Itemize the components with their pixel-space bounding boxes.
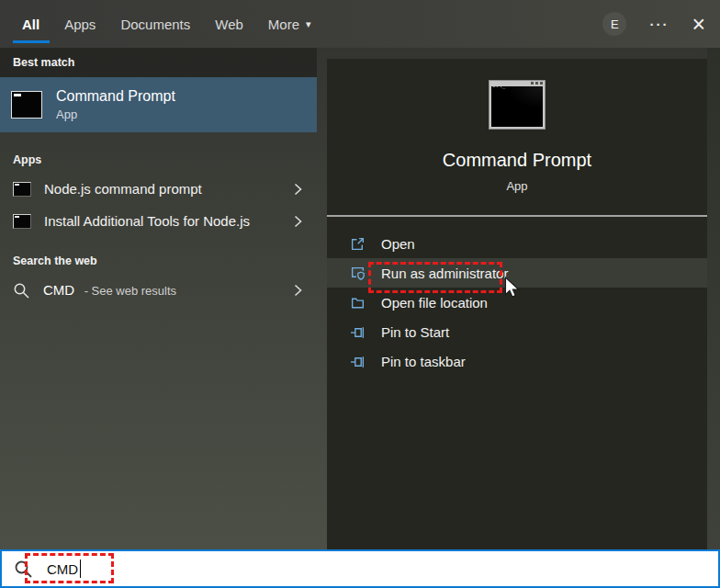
search-icon [14, 560, 33, 579]
desktop-edge-strip [707, 48, 720, 549]
command-prompt-icon-large: C:\_ [489, 80, 546, 130]
close-icon[interactable]: × [692, 13, 705, 36]
terminal-screen [491, 86, 543, 127]
command-prompt-icon [13, 182, 31, 197]
chevron-right-icon[interactable] [294, 215, 302, 228]
app-title: Command Prompt [327, 150, 707, 171]
pin-icon [350, 354, 366, 369]
search-icon [13, 282, 30, 300]
menu-item-open-file-location[interactable]: Open file location [327, 288, 707, 317]
search-window-topbar: All Apps Documents Web More ▾ E ··· × [0, 0, 720, 48]
tab-apps[interactable]: Apps [64, 0, 96, 48]
text-caret [80, 560, 81, 578]
active-tab-underline [13, 40, 50, 43]
spacer [0, 239, 317, 246]
command-prompt-icon [11, 91, 42, 119]
result-cmd-web-search[interactable]: CMD - See web results [0, 276, 317, 305]
web-query: CMD [43, 282, 74, 298]
results-panel: Best match Command Prompt App Apps Node.… [0, 48, 317, 549]
tab-all[interactable]: All [22, 0, 39, 48]
result-nodejs-command-prompt[interactable]: Node.js command prompt [0, 175, 317, 203]
app-hero: C:\_ Command Prompt App [327, 59, 707, 217]
tab-documents[interactable]: Documents [120, 0, 190, 48]
web-result-text: CMD - See web results [43, 282, 176, 299]
chevron-right-icon[interactable] [294, 183, 302, 196]
preview-panel: C:\_ Command Prompt App Open Run as admi… [327, 59, 707, 549]
menu-item-label: Open [381, 236, 415, 252]
menu-item-label: Pin to Start [381, 324, 449, 340]
window-controls-dots [531, 82, 543, 85]
pin-icon [350, 324, 366, 340]
filter-tabs: All Apps Documents Web More ▾ [22, 0, 311, 48]
result-install-additional-tools[interactable]: Install Additional Tools for Node.js [0, 207, 317, 235]
menu-item-run-as-administrator[interactable]: Run as administrator [327, 258, 707, 288]
search-input-value: CMD [47, 561, 78, 577]
user-avatar[interactable]: E [602, 12, 626, 36]
folder-icon [350, 295, 366, 311]
shield-admin-icon [350, 266, 366, 281]
app-subtitle: App [327, 179, 707, 193]
context-action-menu: Open Run as administrator Open file loca… [327, 229, 707, 376]
best-match-title: Command Prompt [56, 88, 175, 105]
best-match-header: Best match [0, 48, 317, 77]
tab-web[interactable]: Web [215, 0, 243, 48]
menu-item-open[interactable]: Open [327, 229, 707, 258]
tab-all-label: All [22, 17, 39, 32]
spacer [0, 132, 317, 145]
best-match-subtitle: App [56, 107, 175, 121]
tab-apps-label: Apps [64, 17, 96, 32]
menu-item-label: Pin to taskbar [381, 354, 466, 369]
terminal-prompt-text: C:\_ [492, 83, 505, 88]
search-the-web-header: Search the web [0, 246, 317, 276]
tab-documents-label: Documents [120, 17, 190, 32]
result-label: Install Additional Tools for Node.js [44, 213, 250, 229]
taskbar-search-input[interactable]: CMD [0, 549, 720, 588]
divider [327, 215, 707, 217]
tab-more[interactable]: More ▾ [268, 0, 311, 48]
menu-item-label: Run as administrator [381, 266, 508, 281]
chevron-down-icon: ▾ [306, 18, 311, 30]
menu-item-pin-to-taskbar[interactable]: Pin to taskbar [327, 346, 707, 376]
best-match-text: Command Prompt App [56, 88, 175, 121]
more-options-icon[interactable]: ··· [649, 17, 669, 32]
menu-item-pin-to-start[interactable]: Pin to Start [327, 317, 707, 346]
topbar-controls: E ··· × [602, 0, 705, 48]
open-icon [350, 236, 366, 252]
menu-item-label: Open file location [381, 295, 488, 311]
apps-section-header: Apps [0, 145, 317, 175]
web-suffix: - See web results [84, 284, 176, 298]
command-prompt-icon [13, 214, 31, 229]
best-match-result[interactable]: Command Prompt App [0, 77, 317, 132]
tab-web-label: Web [215, 17, 243, 32]
chevron-right-icon[interactable] [294, 284, 302, 297]
result-label: Node.js command prompt [44, 181, 202, 197]
tab-more-label: More [268, 17, 299, 32]
